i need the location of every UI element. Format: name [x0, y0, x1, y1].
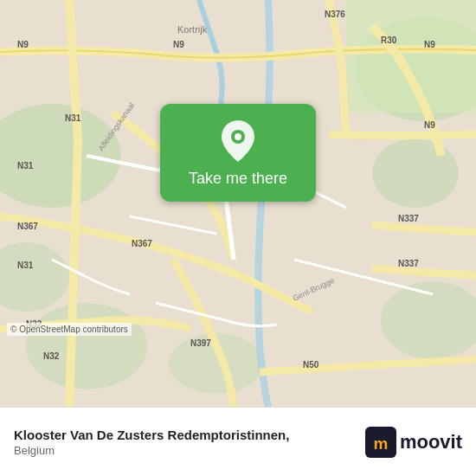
cta-label: Take me there: [189, 170, 287, 188]
svg-text:N9: N9: [424, 120, 435, 130]
svg-text:N367: N367: [17, 222, 38, 231]
svg-point-30: [235, 133, 241, 140]
cta-button[interactable]: Take me there: [160, 104, 316, 202]
location-pin-icon: [219, 119, 257, 163]
svg-text:N337: N337: [398, 259, 419, 268]
svg-text:N367: N367: [132, 239, 152, 248]
place-country: Belgium: [14, 444, 365, 457]
svg-text:Kortrijk: Kortrijk: [177, 24, 208, 35]
moovit-logo: m moovit: [365, 427, 462, 458]
svg-text:N9: N9: [424, 40, 435, 49]
osm-attribution: © OpenStreetMap contributors: [7, 323, 132, 336]
place-info: Klooster Van De Zusters Redemptoristinne…: [14, 427, 365, 457]
svg-text:R30: R30: [381, 35, 397, 45]
moovit-icon: m: [365, 427, 396, 458]
svg-text:N50: N50: [303, 360, 319, 370]
svg-point-3: [372, 138, 459, 208]
svg-text:N376: N376: [325, 10, 345, 19]
place-name: Klooster Van De Zusters Redemptoristinne…: [14, 427, 365, 444]
svg-text:N32: N32: [43, 351, 60, 361]
svg-text:N397: N397: [190, 338, 211, 348]
svg-text:N31: N31: [17, 161, 34, 170]
svg-text:N31: N31: [17, 261, 34, 270]
svg-text:N31: N31: [65, 113, 81, 123]
moovit-text: moovit: [400, 431, 462, 453]
bottom-bar: Klooster Van De Zusters Redemptoristinne…: [0, 407, 476, 476]
svg-point-5: [26, 303, 147, 389]
svg-rect-4: [346, 0, 476, 113]
svg-text:N9: N9: [173, 40, 184, 49]
svg-text:N337: N337: [398, 214, 419, 223]
svg-text:N9: N9: [17, 40, 29, 49]
map-container: N9 N31 N31 N31 N367 N367 N397 N32 N32 N5…: [0, 0, 476, 407]
svg-text:m: m: [373, 434, 388, 452]
